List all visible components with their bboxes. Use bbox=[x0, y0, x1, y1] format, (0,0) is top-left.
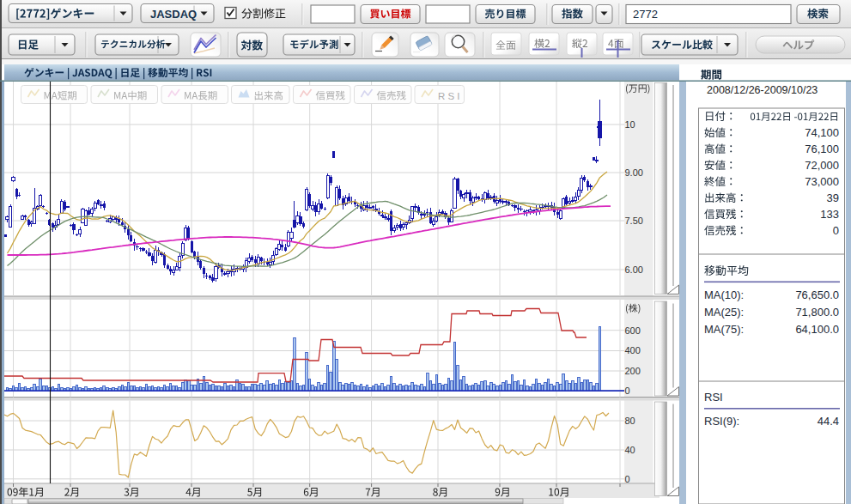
svg-text:40: 40 bbox=[625, 445, 635, 455]
svg-text:2008/12/26-2009/10/23: 2008/12/26-2009/10/23 bbox=[707, 84, 818, 96]
svg-text:71,800.0: 71,800.0 bbox=[795, 306, 839, 319]
svg-text:72,000: 72,000 bbox=[805, 159, 839, 172]
svg-text:R S I: R S I bbox=[438, 91, 460, 101]
svg-text:73,000: 73,000 bbox=[805, 175, 839, 188]
svg-text:6.00: 6.00 bbox=[625, 264, 643, 275]
svg-text:39: 39 bbox=[827, 191, 839, 204]
svg-text:80: 80 bbox=[625, 416, 635, 426]
svg-text:10: 10 bbox=[625, 119, 635, 130]
svg-text:0: 0 bbox=[625, 474, 630, 484]
svg-text:74,100: 74,100 bbox=[805, 126, 839, 139]
svg-text:400: 400 bbox=[625, 345, 641, 355]
svg-text:600: 600 bbox=[625, 325, 641, 336]
svg-text:9.00: 9.00 bbox=[625, 167, 643, 178]
svg-text:76,100: 76,100 bbox=[805, 143, 839, 155]
svg-text:MA(75):: MA(75): bbox=[704, 323, 744, 336]
svg-text:76,650.0: 76,650.0 bbox=[795, 288, 839, 301]
svg-text:JASDAQ: JASDAQ bbox=[150, 8, 197, 21]
svg-text:133: 133 bbox=[820, 208, 839, 221]
svg-text:7.50: 7.50 bbox=[625, 216, 643, 226]
svg-text:64,100.0: 64,100.0 bbox=[795, 323, 839, 336]
svg-text:2772: 2772 bbox=[633, 8, 658, 21]
svg-text:0: 0 bbox=[625, 386, 630, 396]
svg-text:RSI(9):: RSI(9): bbox=[704, 415, 739, 428]
svg-text:0: 0 bbox=[833, 224, 839, 237]
svg-text:MA(25):: MA(25): bbox=[704, 306, 744, 319]
svg-text:200: 200 bbox=[625, 366, 641, 376]
svg-text:RSI: RSI bbox=[704, 391, 723, 404]
svg-text:MA(10):: MA(10): bbox=[704, 288, 744, 301]
svg-text:44.4: 44.4 bbox=[818, 415, 839, 428]
